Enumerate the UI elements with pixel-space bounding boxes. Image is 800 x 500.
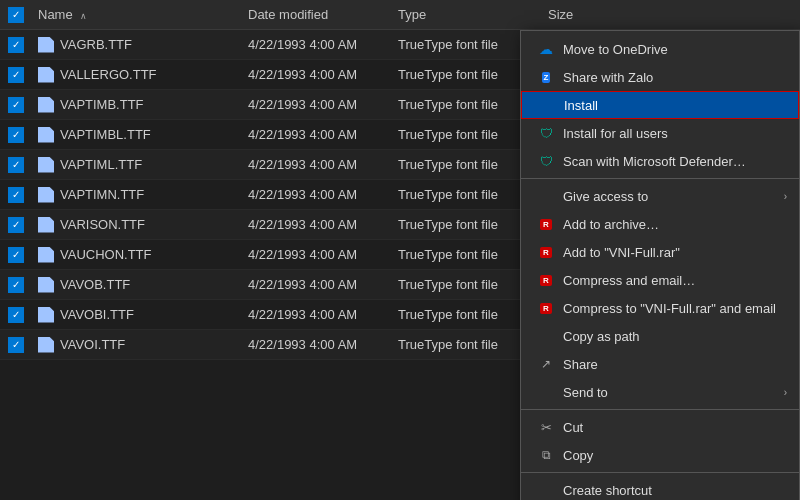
file-icon	[38, 307, 54, 323]
context-menu-item-share[interactable]: ↗ Share	[521, 350, 799, 378]
submenu-arrow-icon: ›	[784, 387, 787, 398]
file-icon	[38, 157, 54, 173]
row-checkbox[interactable]	[8, 187, 24, 203]
row-checkbox[interactable]	[8, 157, 24, 173]
ctx-item-icon: 🛡	[537, 152, 555, 170]
file-date: 4/22/1993 4:00 AM	[248, 67, 398, 82]
ctx-item-icon: 🛡	[537, 124, 555, 142]
row-checkbox-col	[8, 97, 38, 113]
header-checkbox[interactable]	[8, 7, 24, 23]
context-menu-item-give-access[interactable]: Give access to ›	[521, 182, 799, 210]
table-header: Name ∧ Date modified Type Size	[0, 0, 800, 30]
submenu-arrow-icon: ›	[784, 191, 787, 202]
row-checkbox[interactable]	[8, 277, 24, 293]
row-checkbox-col	[8, 307, 38, 323]
ctx-item-label: Create shortcut	[563, 483, 652, 498]
file-name: VAVOBI.TTF	[38, 307, 248, 323]
context-menu-item-install[interactable]: Install	[521, 91, 799, 119]
ctx-item-label: Cut	[563, 420, 583, 435]
file-name: VAVOI.TTF	[38, 337, 248, 353]
file-date: 4/22/1993 4:00 AM	[248, 217, 398, 232]
context-menu-separator	[521, 472, 799, 473]
file-name: VAPTIMB.TTF	[38, 97, 248, 113]
ctx-item-icon	[537, 481, 555, 499]
col-header-size[interactable]: Size	[548, 7, 628, 22]
file-name: VAPTIMBL.TTF	[38, 127, 248, 143]
ctx-item-label: Share	[563, 357, 598, 372]
file-name: VARISON.TTF	[38, 217, 248, 233]
context-menu-item-cut[interactable]: ✂ Cut	[521, 413, 799, 441]
ctx-item-label: Send to	[563, 385, 608, 400]
file-date: 4/22/1993 4:00 AM	[248, 277, 398, 292]
context-menu-item-add-archive[interactable]: R Add to archive…	[521, 210, 799, 238]
file-name: VALLERGO.TTF	[38, 67, 248, 83]
context-menu-item-share-with-zalo[interactable]: Z Share with Zalo	[521, 63, 799, 91]
ctx-item-icon: R	[537, 299, 555, 317]
row-checkbox[interactable]	[8, 307, 24, 323]
file-date: 4/22/1993 4:00 AM	[248, 157, 398, 172]
file-date: 4/22/1993 4:00 AM	[248, 247, 398, 262]
row-checkbox-col	[8, 67, 38, 83]
file-date: 4/22/1993 4:00 AM	[248, 97, 398, 112]
row-checkbox-col	[8, 247, 38, 263]
ctx-item-label: Copy	[563, 448, 593, 463]
ctx-item-icon	[538, 96, 556, 114]
file-name: VAGRB.TTF	[38, 37, 248, 53]
ctx-item-icon: R	[537, 271, 555, 289]
row-checkbox[interactable]	[8, 97, 24, 113]
context-menu-item-scan-defender[interactable]: 🛡 Scan with Microsoft Defender…	[521, 147, 799, 175]
file-icon	[38, 247, 54, 263]
col-header-name[interactable]: Name ∧	[38, 7, 248, 22]
file-date: 4/22/1993 4:00 AM	[248, 37, 398, 52]
file-date: 4/22/1993 4:00 AM	[248, 337, 398, 352]
context-menu-separator	[521, 178, 799, 179]
ctx-item-label: Add to archive…	[563, 217, 659, 232]
context-menu-item-send-to[interactable]: Send to ›	[521, 378, 799, 406]
row-checkbox-col	[8, 127, 38, 143]
file-name: VAUCHON.TTF	[38, 247, 248, 263]
context-menu-item-copy[interactable]: ⧉ Copy	[521, 441, 799, 469]
row-checkbox-col	[8, 157, 38, 173]
file-icon	[38, 67, 54, 83]
col-header-type[interactable]: Type	[398, 7, 548, 22]
row-checkbox[interactable]	[8, 127, 24, 143]
row-checkbox[interactable]	[8, 37, 24, 53]
context-menu-item-compress-vnifull-email[interactable]: R Compress to "VNI-Full.rar" and email	[521, 294, 799, 322]
context-menu-item-move-to-onedrive[interactable]: ☁ Move to OneDrive	[521, 35, 799, 63]
row-checkbox-col	[8, 337, 38, 353]
context-menu-item-create-shortcut[interactable]: Create shortcut	[521, 476, 799, 500]
row-checkbox[interactable]	[8, 337, 24, 353]
context-menu-item-add-vnifull[interactable]: R Add to "VNI-Full.rar"	[521, 238, 799, 266]
row-checkbox-col	[8, 277, 38, 293]
context-menu-item-compress-email[interactable]: R Compress and email…	[521, 266, 799, 294]
ctx-item-icon	[537, 383, 555, 401]
row-checkbox[interactable]	[8, 217, 24, 233]
file-name: VAPTIMN.TTF	[38, 187, 248, 203]
file-icon	[38, 187, 54, 203]
ctx-item-icon: R	[537, 215, 555, 233]
row-checkbox[interactable]	[8, 247, 24, 263]
ctx-item-icon: ⧉	[537, 446, 555, 464]
row-checkbox-col	[8, 187, 38, 203]
file-name: VAVOB.TTF	[38, 277, 248, 293]
file-date: 4/22/1993 4:00 AM	[248, 187, 398, 202]
file-icon	[38, 277, 54, 293]
ctx-item-label: Move to OneDrive	[563, 42, 668, 57]
file-icon	[38, 97, 54, 113]
file-date: 4/22/1993 4:00 AM	[248, 127, 398, 142]
ctx-item-icon	[537, 187, 555, 205]
ctx-item-label: Install	[564, 98, 598, 113]
context-menu-separator	[521, 409, 799, 410]
file-name: VAPTIML.TTF	[38, 157, 248, 173]
ctx-item-icon	[537, 327, 555, 345]
file-icon	[38, 127, 54, 143]
row-checkbox-col	[8, 37, 38, 53]
ctx-item-label: Compress to "VNI-Full.rar" and email	[563, 301, 776, 316]
context-menu-item-install-all[interactable]: 🛡 Install for all users	[521, 119, 799, 147]
ctx-item-label: Add to "VNI-Full.rar"	[563, 245, 680, 260]
context-menu-item-copy-path[interactable]: Copy as path	[521, 322, 799, 350]
file-icon	[38, 337, 54, 353]
file-icon	[38, 37, 54, 53]
row-checkbox[interactable]	[8, 67, 24, 83]
col-header-date[interactable]: Date modified	[248, 7, 398, 22]
